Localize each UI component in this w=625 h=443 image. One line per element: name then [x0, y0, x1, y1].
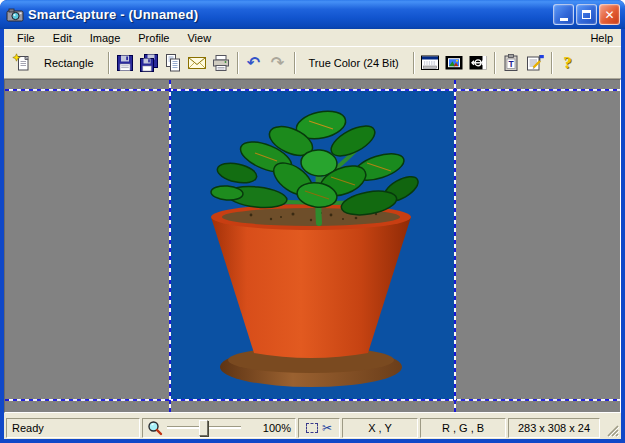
- zoom-panel: 100%: [142, 418, 296, 438]
- minimize-button[interactable]: [553, 4, 574, 25]
- menubar: File Edit Image Profile View Help: [4, 29, 621, 46]
- titlebar[interactable]: SmartCapture - (Unnamed) ✕: [0, 0, 625, 29]
- copy-button[interactable]: [161, 50, 185, 76]
- print-button[interactable]: [209, 50, 233, 76]
- color-depth-button[interactable]: True Color (24 Bit): [299, 50, 409, 76]
- toolbar-separator: [237, 52, 238, 74]
- maximize-icon: [582, 10, 591, 19]
- capture-mode-button[interactable]: Rectangle: [34, 50, 104, 76]
- minimize-icon: [560, 18, 568, 21]
- capture-image-button[interactable]: [442, 50, 466, 76]
- selection-line-right: [454, 80, 456, 412]
- toolbar-separator: [108, 52, 109, 74]
- properties-icon: [525, 53, 545, 73]
- menu-image[interactable]: Image: [81, 31, 130, 45]
- zoom-level: 100%: [263, 422, 291, 434]
- window-title: SmartCapture - (Unnamed): [28, 7, 553, 22]
- close-button[interactable]: ✕: [599, 4, 620, 25]
- pixel-color-panel: R , G , B: [420, 418, 506, 438]
- svg-text:T: T: [508, 58, 514, 68]
- app-window: SmartCapture - (Unnamed) ✕ File Edit Ima…: [0, 0, 625, 443]
- copy-icon: [163, 53, 183, 73]
- save-all-button[interactable]: [137, 50, 161, 76]
- color-depth-label: True Color (24 Bit): [301, 57, 407, 69]
- save-icon: [115, 53, 135, 73]
- toolbar: Rectangle: [4, 46, 621, 79]
- resize-grip[interactable]: [605, 423, 620, 438]
- paste-clipboard-icon: T: [501, 53, 521, 73]
- captured-plant-image: [171, 91, 454, 399]
- maximize-button[interactable]: [576, 4, 597, 25]
- zoom-slider[interactable]: [167, 426, 241, 429]
- menu-view[interactable]: View: [178, 31, 220, 45]
- capture-exchange-icon: [468, 53, 488, 73]
- capture-mode-label: Rectangle: [36, 57, 102, 69]
- marquee-icon[interactable]: [306, 423, 318, 433]
- properties-button[interactable]: [523, 50, 547, 76]
- menu-help[interactable]: Help: [582, 31, 621, 45]
- image-dimensions-panel: 283 x 308 x 24: [508, 418, 600, 438]
- capture-image-icon: [444, 53, 464, 73]
- email-button[interactable]: [185, 50, 209, 76]
- capture-workspace[interactable]: [4, 79, 621, 413]
- help-icon: ?: [563, 53, 572, 73]
- redo-button[interactable]: ↷: [266, 50, 290, 76]
- selection-line-left: [169, 80, 171, 412]
- help-button[interactable]: ?: [556, 50, 580, 76]
- selection-line-top: [5, 89, 620, 91]
- menu-file[interactable]: File: [8, 31, 44, 45]
- redo-icon: ↷: [271, 55, 284, 71]
- cursor-position-label: X , Y: [368, 422, 392, 434]
- image-dimensions: 283 x 308 x 24: [518, 422, 590, 434]
- zoom-slider-thumb[interactable]: [199, 420, 208, 436]
- pixel-color-label: R , G , B: [442, 422, 484, 434]
- selection-tools-panel: ✂: [298, 418, 340, 438]
- scissors-icon[interactable]: ✂: [322, 422, 332, 434]
- toolbar-separator: [551, 52, 552, 74]
- close-icon: ✕: [604, 9, 614, 21]
- statusbar: Ready 100% ✂ X , Y R , G , B 283 x 308 x…: [4, 413, 621, 439]
- new-capture-button[interactable]: [10, 50, 34, 76]
- toolbar-separator: [413, 52, 414, 74]
- email-icon: [187, 53, 207, 73]
- status-message: Ready: [12, 422, 44, 434]
- undo-icon: ↶: [247, 55, 260, 71]
- status-message-panel: Ready: [6, 418, 140, 438]
- zoom-magnifier-icon: [147, 420, 163, 436]
- menu-profile[interactable]: Profile: [129, 31, 178, 45]
- toolbar-separator: [494, 52, 495, 74]
- toolbar-separator: [294, 52, 295, 74]
- print-icon: [211, 53, 231, 73]
- save-button[interactable]: [113, 50, 137, 76]
- paste-clipboard-button[interactable]: T: [499, 50, 523, 76]
- selection-line-bottom: [5, 399, 620, 401]
- capture-window-icon: [420, 53, 440, 73]
- undo-button[interactable]: ↶: [242, 50, 266, 76]
- new-capture-icon: [12, 53, 32, 73]
- capture-exchange-button[interactable]: [466, 50, 490, 76]
- camera-app-icon: [6, 6, 24, 24]
- capture-window-button[interactable]: [418, 50, 442, 76]
- save-all-icon: [139, 53, 159, 73]
- menu-edit[interactable]: Edit: [44, 31, 81, 45]
- cursor-position-panel: X , Y: [342, 418, 418, 438]
